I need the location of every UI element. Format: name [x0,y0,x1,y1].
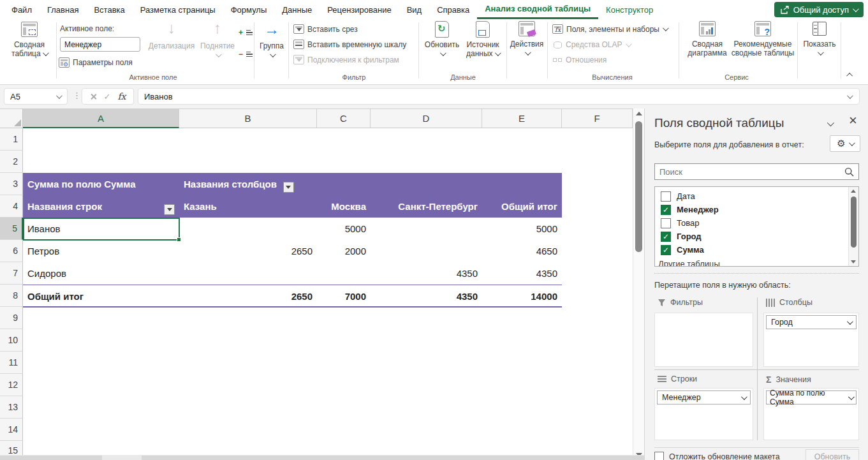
search-input[interactable] [655,167,844,177]
cell-a6[interactable]: Петров [23,240,179,262]
cell-c8[interactable]: 7000 [317,285,371,308]
pane-options-chevron-icon[interactable] [827,119,834,126]
field-item-manager[interactable]: ✓ Менеджер [655,203,858,216]
tab-data[interactable]: Данные [274,0,320,19]
search-box[interactable] [654,163,859,180]
row-header-10[interactable]: 10 [0,329,23,352]
column-header-e[interactable]: E [482,108,562,128]
column-header-d[interactable]: D [371,108,482,128]
field-list-scrollbar[interactable] [848,187,858,266]
column-header-a[interactable]: A [23,108,179,128]
cell-d6[interactable] [371,240,482,262]
row-header-9[interactable]: 9 [0,307,23,329]
vertical-scrollbar[interactable] [633,108,644,460]
tab-pivottable-analyze[interactable]: Анализ сводной таблицы [477,0,598,19]
data-source-button[interactable]: Источник данных [462,21,504,58]
tab-help[interactable]: Справка [429,0,477,19]
row-header-6[interactable]: 6 [0,240,23,262]
checkbox-unchecked[interactable] [661,218,671,228]
checkbox-checked[interactable]: ✓ [661,232,671,242]
row-header-13[interactable]: 13 [0,396,23,419]
scroll-up-arrow[interactable] [636,112,642,115]
row-header-12[interactable]: 12 [0,374,23,396]
fields-items-sets-button[interactable]: fx Поля, элементы и наборы [552,24,667,34]
row-header-14[interactable]: 14 [0,419,23,441]
cell-a7[interactable]: Сидоров [23,262,179,285]
tab-view[interactable]: Вид [399,0,430,19]
show-button[interactable]: Показать [800,22,839,56]
fill-handle[interactable] [177,237,181,242]
row-header-7[interactable]: 7 [0,262,23,285]
active-field-input[interactable] [60,37,140,52]
row-filter-dropdown[interactable] [164,204,175,215]
row-header-1[interactable]: 1 [0,128,23,151]
cell-e8[interactable]: 14000 [482,285,562,308]
scrollbar-thumb[interactable] [635,121,642,252]
tab-file[interactable]: Файл [4,0,40,19]
field-settings-button[interactable]: ⚙ Параметры поля [59,57,133,68]
cell-c6[interactable]: 2000 [317,240,371,262]
insert-timeline-button[interactable]: Вставить временную шкалу [293,40,406,49]
cell-c7[interactable] [317,262,371,285]
share-button[interactable]: Общий доступ [774,2,864,17]
column-header-c[interactable]: C [317,108,371,128]
select-all-corner[interactable] [0,108,23,128]
cell-e7[interactable]: 4350 [482,262,562,285]
cell-b4[interactable]: Казань [179,195,317,218]
cell-d5[interactable] [371,218,482,240]
row-header-8[interactable]: 8 [0,285,23,307]
expand-formula-bar-icon[interactable] [847,93,853,99]
insert-slicer-button[interactable]: Вставить срез [293,24,358,34]
tab-page-layout[interactable]: Разметка страницы [133,0,223,19]
horizontal-scrollbar[interactable] [142,456,644,460]
tab-review[interactable]: Рецензирование [320,0,399,19]
cell-e5[interactable]: 5000 [482,218,562,240]
checkbox-checked[interactable]: ✓ [661,205,671,215]
tools-button[interactable]: ⚙ [830,135,860,152]
scroll-down-arrow[interactable] [851,260,856,263]
cell-c5[interactable]: 5000 [317,218,371,240]
actions-button[interactable]: Действия [509,21,545,56]
field-item-city[interactable]: ✓ Город [655,230,858,243]
row-header-11[interactable]: 11 [0,352,23,374]
checkbox-unchecked[interactable] [661,191,671,202]
cell-e6[interactable]: 4650 [482,240,562,262]
recommended-pivottables-button[interactable]: ? Рекомендуемые сводные таблицы [731,21,795,57]
values-field-pill[interactable]: Сумма по полю Сумма [766,390,857,404]
drag-dots-icon[interactable]: ⋮ [73,91,81,100]
cell-a3[interactable]: Сумма по полю Сумма [23,173,179,195]
cell-a4[interactable]: Названия строк [23,195,179,218]
field-item-sum[interactable]: ✓ Сумма [655,243,858,256]
scrollbar-thumb[interactable] [851,197,857,248]
column-filter-dropdown[interactable] [283,182,294,193]
cell-d7[interactable]: 4350 [371,262,482,285]
refresh-button[interactable]: ↻ Обновить [422,21,462,56]
sheet-tab-area[interactable] [0,456,102,460]
cell-b3[interactable]: Названия столбцов [179,173,562,195]
pivot-table-button[interactable]: Сводная таблица [4,22,55,58]
defer-layout-checkbox[interactable] [654,452,664,460]
cell-d8[interactable]: 4350 [371,285,482,308]
cancel-icon[interactable] [90,93,97,100]
cell-a5[interactable]: Иванов [23,218,179,240]
filters-drop-area[interactable] [654,313,753,367]
cell-e4[interactable]: Общий итог [482,195,562,218]
columns-field-pill[interactable]: Город [766,315,857,329]
group-button[interactable]: → Группа [255,22,288,57]
tab-insert[interactable]: Вставка [86,0,132,19]
row-header-3[interactable]: 3 [0,173,23,195]
column-header-b[interactable]: B [179,108,317,128]
cell-d4[interactable]: Санкт-Петербург [371,195,482,218]
pivot-chart-button[interactable]: Сводная диаграмма [684,21,731,57]
column-header-f[interactable]: F [562,108,633,128]
tab-formulas[interactable]: Формулы [223,0,275,19]
cell-a8[interactable]: Общий итог [23,285,179,308]
tab-design[interactable]: Конструктор [598,0,661,19]
close-icon[interactable]: × [849,112,857,129]
tab-home[interactable]: Главная [40,0,86,19]
formula-input[interactable]: Иванов [138,88,860,105]
cell-b6[interactable]: 2650 [179,240,317,262]
expand-field-button[interactable]: + [239,28,253,37]
cell-b7[interactable] [179,262,317,285]
more-tables-link[interactable]: Другие таблицы [655,257,858,267]
